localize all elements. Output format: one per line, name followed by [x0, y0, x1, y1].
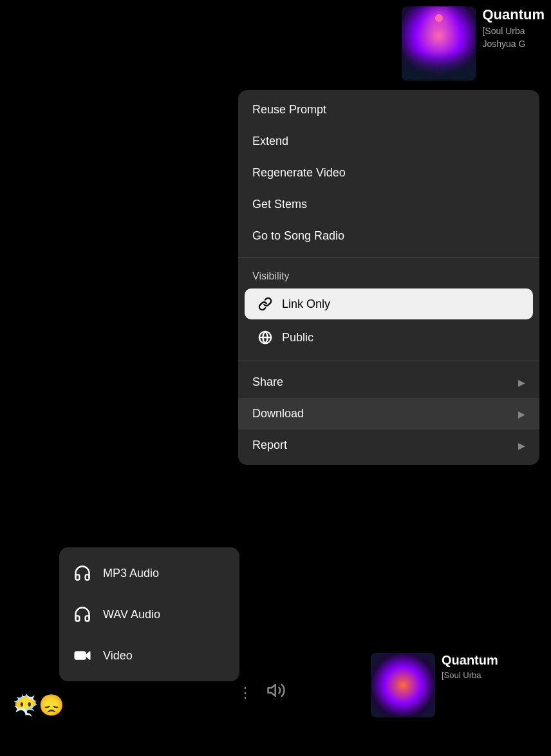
- link-icon: [256, 295, 274, 313]
- menu-item-share-label: Share: [252, 375, 518, 389]
- visibility-label: Visibility: [238, 263, 539, 286]
- download-arrow-icon: ▶: [518, 409, 525, 419]
- bottom-song-card: Quantum [Soul Urba: [364, 647, 551, 737]
- menu-item-download-label: Download: [252, 407, 518, 421]
- share-arrow-icon: ▶: [518, 377, 525, 388]
- svg-rect-2: [75, 652, 85, 659]
- volume-icon[interactable]: [266, 681, 286, 704]
- menu-item-reuse-prompt-label: Reuse Prompt: [252, 103, 525, 117]
- emoji-area: 😶‍🌫️😞: [13, 693, 64, 717]
- report-arrow-icon: ▶: [518, 440, 525, 451]
- song-info-top: Quantum [Soul Urba Joshyua G: [482, 6, 545, 49]
- public-label: Public: [282, 331, 313, 345]
- svg-marker-3: [86, 652, 90, 659]
- bottom-controls: ⋮: [238, 681, 286, 704]
- menu-item-extend[interactable]: Extend: [238, 126, 539, 157]
- wav-headphones-icon: [72, 604, 93, 625]
- menu-section-bottom: Share ▶ Download ▶ Report ▶: [238, 363, 539, 465]
- menu-item-regenerate-video-label: Regenerate Video: [252, 166, 525, 180]
- emoji-icon: 😶‍🌫️😞: [13, 694, 64, 717]
- menu-item-share[interactable]: Share ▶: [238, 366, 539, 398]
- top-song-title: Quantum: [482, 6, 545, 23]
- menu-section-visibility: Visibility Link Only Public: [238, 259, 539, 359]
- download-submenu: MP3 Audio WAV Audio Video: [59, 547, 239, 681]
- top-song-genre: [Soul Urba: [482, 26, 545, 36]
- album-art-bottom: [371, 653, 435, 717]
- visibility-option-public[interactable]: Public: [245, 322, 533, 353]
- menu-divider-2: [238, 361, 539, 361]
- wav-audio-label: WAV Audio: [103, 608, 160, 621]
- bottom-song-info: Quantum [Soul Urba: [442, 653, 545, 680]
- svg-marker-4: [268, 685, 276, 696]
- top-song-artist: Joshyua G: [482, 39, 545, 49]
- globe-icon: [256, 328, 274, 346]
- menu-item-report-label: Report: [252, 439, 518, 452]
- bottom-song-title: Quantum: [442, 653, 545, 668]
- bottom-song-genre: [Soul Urba: [442, 670, 545, 680]
- menu-section-top: Reuse Prompt Extend Regenerate Video Get…: [238, 90, 539, 256]
- mp3-headphones-icon: [72, 563, 93, 583]
- menu-item-extend-label: Extend: [252, 135, 525, 148]
- album-art-top: [402, 6, 476, 80]
- video-label: Video: [103, 649, 133, 663]
- album-art-gradient: [402, 51, 476, 80]
- top-song-card: Quantum [Soul Urba Joshyua G: [395, 0, 551, 87]
- submenu-item-mp3[interactable]: MP3 Audio: [59, 553, 239, 594]
- menu-item-reuse-prompt[interactable]: Reuse Prompt: [238, 94, 539, 126]
- visibility-option-link-only[interactable]: Link Only: [245, 288, 533, 319]
- link-only-label: Link Only: [282, 298, 330, 311]
- submenu-item-wav[interactable]: WAV Audio: [59, 594, 239, 635]
- submenu-item-video[interactable]: Video: [59, 635, 239, 676]
- menu-item-download[interactable]: Download ▶: [238, 398, 539, 430]
- mp3-audio-label: MP3 Audio: [103, 567, 159, 580]
- menu-item-go-to-song-radio-label: Go to Song Radio: [252, 229, 525, 243]
- menu-item-regenerate-video[interactable]: Regenerate Video: [238, 157, 539, 189]
- three-dots-icon[interactable]: ⋮: [238, 685, 254, 701]
- menu-item-report[interactable]: Report ▶: [238, 430, 539, 461]
- menu-item-go-to-song-radio[interactable]: Go to Song Radio: [238, 220, 539, 252]
- video-camera-icon: [72, 645, 93, 666]
- menu-divider-1: [238, 257, 539, 258]
- menu-item-get-stems[interactable]: Get Stems: [238, 189, 539, 220]
- context-menu: Reuse Prompt Extend Regenerate Video Get…: [238, 90, 539, 465]
- menu-item-get-stems-label: Get Stems: [252, 198, 525, 211]
